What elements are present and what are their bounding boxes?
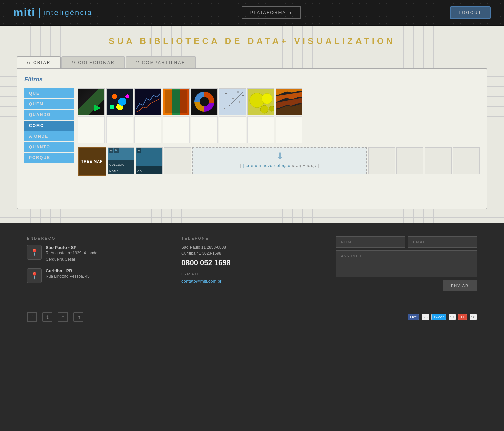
fb-like-label: Like [410,315,417,319]
submit-button[interactable]: ENVIAR [443,280,477,291]
charts-row-2 [78,116,480,143]
chart-empty-6[interactable] [219,116,246,143]
tab-criar[interactable]: // CRIAR [17,56,61,68]
contact-name-input[interactable] [336,236,405,248]
svg-point-5 [242,95,244,96]
logo-separator: | [38,6,41,19]
twitter-icon[interactable]: 𝕥 [42,312,52,322]
fb-badge[interactable]: Like [408,314,419,320]
drop-zone-text: [ [ crie um novo coleção drag + drop ] [240,163,319,168]
chart-bar[interactable] [163,88,190,115]
drop-arrow-icon: ⬇ [276,151,284,162]
filter-porque[interactable]: PORQUE [24,153,74,163]
svg-point-2 [237,91,239,93]
footer-contact-form: ENVIAR [336,236,477,291]
collection-empty-4[interactable] [425,147,452,174]
svg-point-11 [269,106,274,111]
svg-point-0 [225,93,227,94]
tw-badge[interactable]: Tweet [431,314,446,320]
chart-empty-4[interactable] [163,116,190,143]
phone-sp: São Paulo 11 2858-6808 [181,245,323,250]
filter-quanto[interactable]: QUANTO [24,142,74,152]
collection-2[interactable]: ✎ 🔍 COLECAO NOME [108,147,134,174]
phone-main: 0800 052 1698 [181,258,323,267]
collection-empty-3[interactable] [396,147,423,174]
chart-empty-2[interactable] [106,116,133,143]
charts-row-1 [78,88,480,115]
tw-tweet-label: Tweet [434,315,444,319]
chart-line[interactable] [134,88,161,115]
tab-compartilhar[interactable]: // COMPARTILHAR [126,56,196,68]
header: miti | inteligência PLATAFORMA ▾ LOGOUT [0,0,504,26]
location-icon-ct: 📍 [30,272,39,280]
contact-subject-textarea[interactable] [336,250,477,277]
chart-empty-5[interactable] [191,116,218,143]
collection-3[interactable]: ✎ CO [136,147,163,174]
drop-zone-drag: drag + drop [292,163,317,168]
tab-colecionar[interactable]: // COLECIONAR [61,56,125,68]
chart-circle-pack[interactable] [247,88,274,115]
chart-empty-8[interactable] [276,116,302,143]
chart-empty-7[interactable] [247,116,274,143]
email-title: E-MAIL [181,272,323,276]
facebook-icon[interactable]: f [27,312,37,322]
chart-bubbles[interactable] [106,88,133,115]
tree-map-overlay[interactable]: TREE MAP [78,147,106,176]
footer-bottom: f 𝕥 ○ in Like 26 Tweet 97 +1 58 [27,305,477,322]
filter-aonde[interactable]: A ONDE [24,131,74,141]
logo-miti: miti [13,6,35,19]
fb-count: 26 [422,314,429,320]
contact-email-input[interactable] [408,236,477,248]
address-city-sp: São Paulo - SP [46,245,100,250]
svg-point-1 [232,98,234,99]
edit-icon-2[interactable]: ✎ [109,148,113,153]
logout-button[interactable]: LOGOUT [450,6,491,19]
footer-address: ENDEREÇO 📍 São Paulo - SP R. Augusta, nº… [27,236,168,291]
phone-ct: Curitiba 41 3023-1698 [181,251,323,256]
social-icons: f 𝕥 ○ in [27,312,83,322]
drop-zone[interactable]: ⬇ [ [ crie um novo coleção drag + drop ] [192,147,367,174]
filter-quem[interactable]: QUEM [24,99,74,109]
svg-point-9 [262,93,272,104]
svg-point-6 [224,108,225,109]
gp-plus-label: +1 [460,315,465,319]
footer-grid: ENDEREÇO 📍 São Paulo - SP R. Augusta, nº… [27,236,477,291]
filter-como[interactable]: COMO [24,121,74,131]
contact-form: ENVIAR [336,236,477,291]
linkedin-icon[interactable]: in [73,312,83,322]
location-icon-sp: 📍 [30,248,39,256]
chart-empty-3[interactable] [134,116,161,143]
social-badges: Like 26 Tweet 97 +1 58 [408,314,477,320]
gp-count: 58 [470,314,477,320]
filter-que[interactable]: QUE [24,88,74,98]
chart-map[interactable] [78,88,105,115]
edit-icon-3[interactable]: ✎ [137,148,141,153]
filter-quando[interactable]: QUANDO [24,110,74,120]
collection-empty-1[interactable] [164,147,191,174]
filter-list: QUE QUEM QUANDO COMO A ONDE QUANTO PORQU… [24,88,74,177]
tree-map-container: ✎ 🔍 COLECAO NOME TREE MAP [78,147,106,177]
page-title: SUA BIBLIOTECA DE DATA+ VISUALIZATION [17,36,487,46]
map-pin-ct: 📍 [27,268,42,283]
search-icon-2[interactable]: 🔍 [114,148,119,153]
circle-icon[interactable]: ○ [58,312,68,322]
chart-empty-1[interactable] [78,116,105,143]
plataforma-button[interactable]: PLATAFORMA ▾ [242,6,301,19]
footer: ENDEREÇO 📍 São Paulo - SP R. Augusta, nº… [0,223,504,332]
charts-area: ✎ 🔍 COLECAO NOME TREE MAP [78,88,480,177]
address-block-ct: 📍 Curitiba - PR Rua Lindolfo Pessoa, 45 [27,268,168,283]
map-pin-sp: 📍 [27,245,42,260]
footer-phone: TELEFONE São Paulo 11 2858-6808 Curitiba… [181,236,323,291]
collection-empty-2[interactable] [368,147,395,174]
tw-count: 97 [449,314,456,320]
email-link[interactable]: contato@miti.com.br [181,279,221,284]
tabs-container: // CRIAR // COLECIONAR // COMPARTILHAR [17,56,487,68]
chart-donut[interactable] [191,88,218,115]
chart-flow[interactable] [276,88,302,115]
collection-empty-5[interactable] [453,147,480,174]
chart-scatter[interactable] [219,88,246,115]
collection-3-icons: ✎ [137,148,141,153]
collection-2-icons: ✎ 🔍 [109,148,119,153]
gp-badge[interactable]: +1 [458,314,467,320]
chevron-down-icon: ▾ [289,10,292,15]
